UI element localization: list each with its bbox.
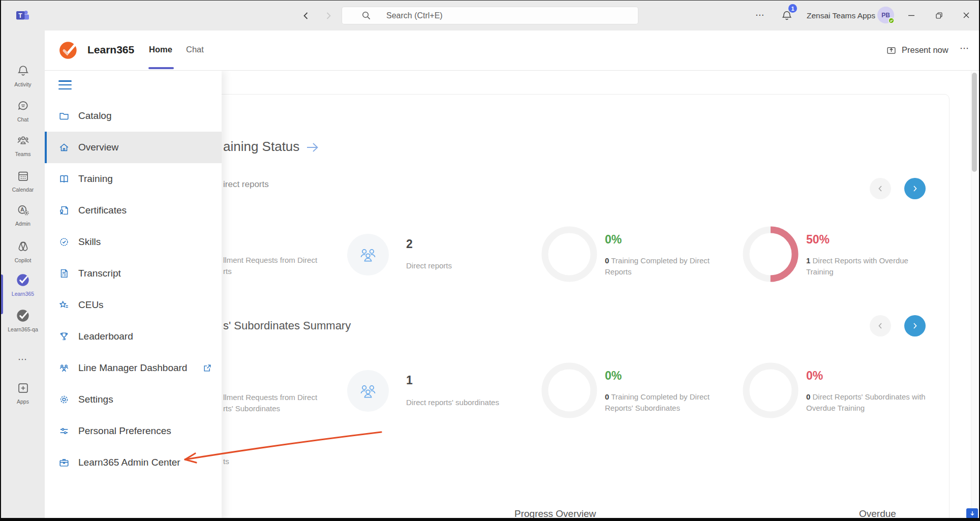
overdue-percent: 50% [806,233,830,247]
search-icon [361,11,371,20]
active-tab-underline [148,67,174,69]
people-icon [357,244,379,265]
present-now-button[interactable]: Present now [886,45,948,55]
restore-button[interactable] [930,8,947,23]
menu-item-catalog[interactable]: Catalog [45,100,222,132]
bell-icon [16,64,30,78]
subordinates-avatar [347,370,389,412]
close-icon [963,12,970,19]
overdue-title: Overdue [859,508,896,519]
completed-desc: 0 Training Completed by Direct Reports [605,255,717,278]
carousel-prev-button[interactable] [870,178,891,199]
menu-item-transcript[interactable]: Transcript [45,258,222,289]
learn365-app-header: Learn365 Home Chat Present now ⋯ [45,30,980,71]
open-link-arrow-icon[interactable] [305,141,320,154]
menu-item-overview[interactable]: Overview [45,132,222,163]
home-icon [58,142,70,153]
carousel-next-button[interactable] [904,178,926,199]
completed-percent: 0% [605,233,622,247]
teams-logo-icon: T [14,7,30,23]
completed-ring [541,226,597,282]
back-button[interactable] [298,8,314,24]
arrow-down-icon [969,510,975,516]
rail-item-calendar[interactable]: Calendar [1,169,45,193]
presence-available-icon [888,17,895,24]
external-link-icon [202,363,212,373]
chevron-left-icon [877,185,884,192]
restore-icon [935,12,943,19]
menu-item-certificates[interactable]: Certificates [45,195,222,226]
learn365-check-icon [16,273,30,287]
section-title-training-status: aining Status [223,139,299,155]
book-icon [58,173,70,185]
chat-bubble-icon [16,99,30,113]
learn365-logo [59,41,78,60]
subordinates-count: 1 [406,374,413,387]
teams-rail: Activity Chat Teams [1,30,45,521]
menu-item-line-manager-dashboard[interactable]: Line Manager Dashboard [45,352,222,384]
titlebar-more-button[interactable]: ⋯ [755,10,764,20]
rail-item-chat[interactable]: Chat [1,99,45,122]
svg-text:A: A [20,206,24,212]
search-input[interactable]: Search (Ctrl+E) [342,7,638,24]
direct-reports-label: Direct reports [406,261,452,270]
completed2-percent: 0% [605,369,622,383]
rail-item-apps[interactable]: Apps [1,381,45,405]
people-icon [357,380,379,402]
hamburger-menu-icon[interactable] [58,80,72,92]
section-title-subordinates: s' Subordinates Summary [223,319,351,332]
people-icon [58,362,70,374]
menu-item-skills[interactable]: Skills [45,226,222,258]
menu-item-leaderboard[interactable]: Leaderboard [45,321,222,352]
hidden-text-fragment: ts [223,456,229,467]
calendar-icon [16,169,30,183]
rail-item-admin[interactable]: A Admin [1,203,45,227]
menu-item-ceus[interactable]: CEUs [45,289,222,321]
rail-item-activity[interactable]: Activity [1,64,45,87]
scroll-corner-button[interactable] [966,508,978,518]
chevron-right-icon [911,322,918,329]
forward-button[interactable] [320,8,336,24]
transcript-icon [58,268,70,279]
sliders-icon [58,425,70,437]
app-more-button[interactable]: ⋯ [960,43,969,54]
menu-item-training[interactable]: Training [45,163,222,195]
account-name[interactable]: Zensai Teams Apps [807,11,875,20]
overdue-ring [743,226,799,282]
rail-item-learn365[interactable]: Learn365 [1,273,45,297]
carousel2-next-button[interactable] [904,315,926,336]
rail-item-teams[interactable]: Teams [1,134,45,157]
menu-item-settings[interactable]: Settings [45,384,222,415]
apps-icon [16,381,30,395]
training-status-card [179,94,950,521]
menu-item-learn365-admin-center[interactable]: Learn365 Admin Center [45,447,222,478]
close-button[interactable] [958,8,975,23]
rail-active-indicator [1,274,3,314]
subtitle-direct-reports: irect reports [223,179,269,190]
copilot-icon [16,240,30,254]
tab-chat[interactable]: Chat [186,45,204,54]
rail-more-button[interactable]: ⋯ [1,354,45,365]
subordinates-label: Direct reports' subordinates [406,398,499,407]
scrollbar-thumb[interactable] [972,73,977,172]
overdue2-percent: 0% [806,369,823,383]
chevron-right-icon [324,11,333,20]
tab-home[interactable]: Home [149,45,172,54]
people-group-icon [16,134,30,147]
menu-item-personal-preferences[interactable]: Personal Preferences [45,415,222,447]
admin-gear-icon: A [16,203,30,217]
hidden-text-fragment: llment Requests from Direct rts' Subordi… [223,392,332,414]
minimize-button[interactable] [903,8,920,23]
progress-overview-title: Progress Overview [514,508,596,519]
rail-item-copilot[interactable]: Copilot [1,240,45,263]
direct-reports-avatar [347,234,389,275]
svg-text:T: T [18,12,22,19]
rail-item-learn365-qa[interactable]: Learn365-qa [1,309,45,332]
direct-reports-count: 2 [406,237,413,251]
carousel2-prev-button[interactable] [870,315,891,336]
notification-badge: 1 [788,4,797,13]
completed2-ring [541,362,597,418]
overdue-desc: 1 Direct Reports with Overdue Training [806,255,922,278]
seal-check-icon [58,236,70,248]
chevron-right-icon [911,185,918,192]
